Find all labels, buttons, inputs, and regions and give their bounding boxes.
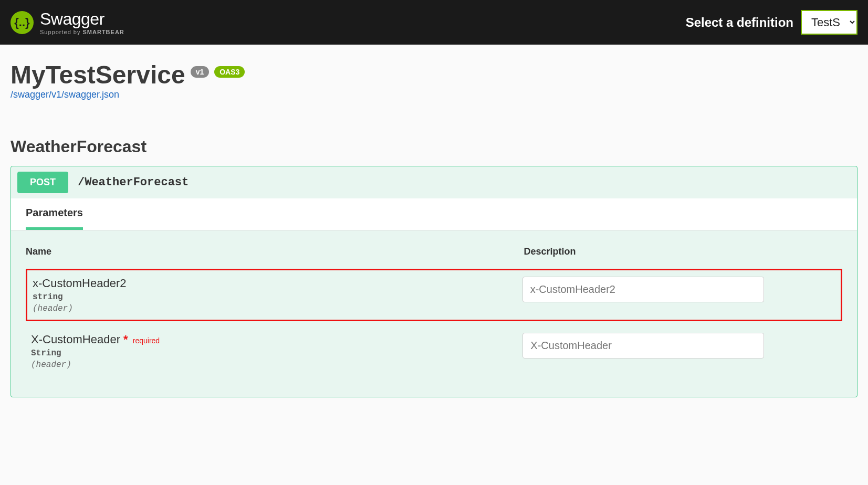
method-badge: POST (17, 172, 68, 193)
parameter-desc-cell (522, 277, 835, 302)
parameters-tab[interactable]: Parameters (26, 207, 83, 230)
api-info: MyTestService v1 OAS3 /swagger/v1/swagge… (0, 45, 868, 106)
api-title: MyTestService (11, 60, 185, 89)
parameter-name: x-CustomHeader2 (33, 277, 522, 290)
required-label: required (133, 336, 160, 345)
logo-subtitle: Supported by SMARTBEAR (40, 29, 124, 35)
definition-selector: Select a definition TestS (686, 10, 857, 35)
parameter-input[interactable] (522, 333, 764, 359)
operation-block: POST /WeatherForecast Parameters Name De… (11, 166, 857, 397)
operation-header[interactable]: POST /WeatherForecast (11, 166, 857, 198)
parameter-in: (header) (31, 360, 522, 370)
parameter-input[interactable] (522, 277, 764, 302)
operation-path: /WeatherForecast (78, 176, 189, 189)
oas-badge: OAS3 (214, 66, 245, 78)
parameter-type: string (33, 292, 522, 302)
swagger-logo-icon: {..} (11, 11, 34, 34)
definition-dropdown[interactable]: TestS (801, 10, 857, 35)
table-header-row: Name Description (26, 246, 842, 257)
tag-section: WeatherForecast POST /WeatherForecast Pa… (11, 137, 857, 397)
parameters-bar: Parameters (11, 198, 857, 230)
logo-text: Swagger (40, 9, 124, 29)
logo-group[interactable]: {..} Swagger Supported by SMARTBEAR (11, 9, 124, 35)
parameter-type: String (31, 349, 522, 358)
parameters-table: Name Description x-CustomHeader2 string … (11, 230, 857, 397)
parameter-row: X-CustomHeader * required String (header… (26, 326, 842, 376)
parameter-name-cell: X-CustomHeader * required String (header… (31, 333, 522, 370)
column-header-name: Name (26, 246, 524, 257)
required-star-icon: * (123, 333, 128, 346)
parameter-in: (header) (33, 304, 522, 313)
topbar: {..} Swagger Supported by SMARTBEAR Sele… (0, 0, 868, 45)
title-row: MyTestService v1 OAS3 (11, 60, 857, 89)
column-header-description: Description (524, 246, 842, 257)
spec-link[interactable]: /swagger/v1/swagger.json (11, 89, 119, 100)
tag-name[interactable]: WeatherForecast (11, 137, 857, 156)
parameter-row: x-CustomHeader2 string (header) (26, 269, 842, 321)
logo-text-group: Swagger Supported by SMARTBEAR (40, 9, 124, 35)
parameter-desc-cell (522, 333, 837, 359)
parameter-name-cell: x-CustomHeader2 string (header) (33, 277, 522, 313)
parameter-name: X-CustomHeader * required (31, 333, 522, 346)
select-definition-label: Select a definition (686, 15, 793, 30)
version-badge: v1 (191, 66, 210, 78)
